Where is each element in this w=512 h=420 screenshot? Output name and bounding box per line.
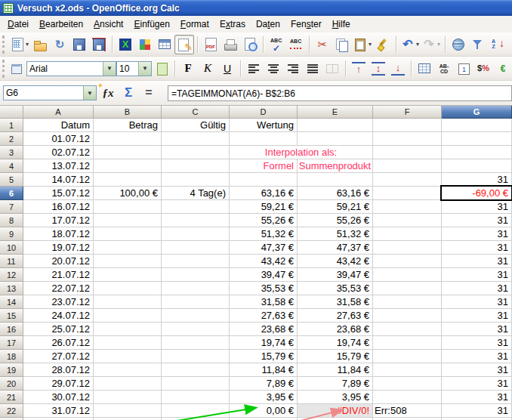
cell-E19[interactable]: 11,84 € bbox=[298, 363, 373, 377]
save-button[interactable] bbox=[69, 35, 89, 54]
cell-C1[interactable]: Gültig bbox=[162, 119, 230, 132]
function-wizard-button[interactable]: ƒx bbox=[99, 84, 117, 102]
cell-E16[interactable]: 23,68 € bbox=[298, 323, 373, 336]
cell-G20[interactable]: 31 bbox=[442, 377, 512, 391]
cell-B3[interactable] bbox=[94, 146, 162, 159]
cell-G4[interactable] bbox=[442, 159, 512, 173]
cell-E10[interactable]: 47,37 € bbox=[298, 241, 373, 255]
cell-F9[interactable] bbox=[373, 227, 442, 241]
cell-B1[interactable]: Betrag bbox=[94, 119, 162, 132]
excel-document-button[interactable] bbox=[116, 35, 135, 54]
cell-C18[interactable] bbox=[162, 350, 230, 363]
cell-D7[interactable]: 59,21 € bbox=[230, 200, 298, 214]
font-size-combo[interactable]: ▼ bbox=[116, 61, 152, 76]
row-header-3[interactable]: 3 bbox=[0, 146, 23, 159]
cell-E13[interactable]: 35,53 € bbox=[298, 282, 373, 295]
cell-D10[interactable]: 47,37 € bbox=[230, 241, 298, 255]
row-header-18[interactable]: 18 bbox=[0, 350, 23, 363]
cell-A13[interactable]: 22.07.12 bbox=[23, 282, 94, 295]
cell-A7[interactable]: 16.07.12 bbox=[23, 200, 94, 214]
chevron-down-icon[interactable]: ▼ bbox=[83, 86, 96, 100]
cell-E5[interactable] bbox=[298, 173, 373, 187]
cell-B13[interactable] bbox=[94, 282, 162, 295]
format-paintbrush-button[interactable] bbox=[373, 35, 393, 54]
cell-C7[interactable] bbox=[162, 200, 230, 214]
autofilter-button[interactable] bbox=[468, 35, 488, 54]
cell-E8[interactable]: 55,26 € bbox=[298, 214, 373, 227]
cell-A18[interactable]: 27.07.12 bbox=[23, 350, 94, 363]
cell-B8[interactable] bbox=[94, 214, 162, 227]
styles-button[interactable] bbox=[7, 59, 26, 79]
toolbar-grip-handle[interactable] bbox=[2, 60, 5, 78]
cell-C8[interactable] bbox=[162, 214, 230, 227]
cell-D21[interactable]: 3,95 € bbox=[230, 391, 298, 404]
menu-datei[interactable]: Datei bbox=[2, 17, 34, 32]
new-document-button[interactable]: ▾ bbox=[9, 35, 30, 54]
column-header-E[interactable]: E bbox=[298, 106, 373, 119]
cell-E6[interactable]: 63,16 € bbox=[298, 187, 373, 200]
cell-G21[interactable]: 31 bbox=[442, 391, 512, 404]
function-button[interactable]: = bbox=[140, 84, 158, 102]
valign-bottom-button[interactable] bbox=[388, 59, 408, 79]
cell-D15[interactable]: 27,63 € bbox=[230, 309, 298, 323]
add-decimal-button[interactable] bbox=[493, 59, 512, 79]
page-preview-button[interactable] bbox=[240, 35, 260, 54]
cell-E22[interactable]: #DIV/0! bbox=[298, 404, 373, 418]
cell-G3[interactable] bbox=[442, 146, 512, 159]
print-button[interactable] bbox=[221, 35, 240, 54]
row-header-1[interactable]: 1 bbox=[0, 119, 23, 132]
cell-E4[interactable]: Summenprodukt bbox=[298, 159, 373, 173]
menu-bearbeiten[interactable]: Bearbeiten bbox=[34, 17, 88, 32]
cell-A11[interactable]: 20.07.12 bbox=[23, 255, 94, 268]
cell-G14[interactable]: 31 bbox=[442, 295, 512, 309]
cell-reference-input[interactable] bbox=[4, 88, 83, 98]
cell-A12[interactable]: 21.07.12 bbox=[23, 268, 94, 282]
cell-D16[interactable]: 23,68 € bbox=[230, 323, 298, 336]
cell-E17[interactable]: 19,74 € bbox=[298, 336, 373, 350]
cell-G22[interactable]: 31 bbox=[442, 404, 512, 418]
hyperlink-button[interactable] bbox=[449, 35, 468, 54]
cell-C13[interactable] bbox=[162, 282, 230, 295]
cell-B6[interactable]: 100,00 € bbox=[94, 187, 162, 200]
cell-F10[interactable] bbox=[373, 241, 442, 255]
cell-D19[interactable]: 11,84 € bbox=[230, 363, 298, 377]
name-box[interactable]: ▼ bbox=[3, 85, 97, 100]
cell-F18[interactable] bbox=[373, 350, 442, 363]
menu-extras[interactable]: Extras bbox=[214, 17, 251, 32]
menu-hilfe[interactable]: Hilfe bbox=[327, 17, 356, 32]
cell-B5[interactable] bbox=[94, 173, 162, 187]
edit-file-button[interactable] bbox=[174, 35, 194, 54]
cell-B22[interactable] bbox=[94, 404, 162, 418]
cell-D2[interactable] bbox=[230, 132, 298, 146]
cell-C15[interactable] bbox=[162, 309, 230, 323]
font-name-input[interactable] bbox=[27, 63, 103, 74]
cell-E14[interactable]: 31,58 € bbox=[298, 295, 373, 309]
cell-A19[interactable]: 28.07.12 bbox=[23, 363, 94, 377]
cell-A4[interactable]: 13.07.12 bbox=[23, 159, 94, 173]
row-header-13[interactable]: 13 bbox=[0, 282, 23, 295]
column-header-G[interactable]: G bbox=[442, 106, 512, 119]
cell-B2[interactable] bbox=[94, 132, 162, 146]
cell-E2[interactable] bbox=[298, 132, 373, 146]
cell-A22[interactable]: 31.07.12 bbox=[23, 404, 94, 418]
row-header-6[interactable]: 6 bbox=[0, 187, 23, 200]
dropdown-arrow-icon[interactable]: ▾ bbox=[26, 41, 29, 48]
cell-F1[interactable] bbox=[373, 119, 442, 132]
cell-A6[interactable]: 15.07.12 bbox=[23, 187, 94, 200]
cell-G17[interactable]: 31 bbox=[442, 336, 512, 350]
cell-E7[interactable]: 59,21 € bbox=[298, 200, 373, 214]
cell-D22[interactable]: 0,00 € bbox=[230, 404, 298, 418]
cell-D20[interactable]: 7,89 € bbox=[230, 377, 298, 391]
cell-B11[interactable] bbox=[94, 255, 162, 268]
cell-E21[interactable]: 3,95 € bbox=[298, 391, 373, 404]
cell-C3[interactable] bbox=[162, 146, 230, 159]
cell-A20[interactable]: 29.07.12 bbox=[23, 377, 94, 391]
cell-F20[interactable] bbox=[373, 377, 442, 391]
cell-F8[interactable] bbox=[373, 214, 442, 227]
cell-E11[interactable]: 43,42 € bbox=[298, 255, 373, 268]
cell-F15[interactable] bbox=[373, 309, 442, 323]
column-header-D[interactable]: D bbox=[230, 106, 298, 119]
insert-table-button[interactable] bbox=[155, 35, 174, 54]
cell-A15[interactable]: 24.07.12 bbox=[23, 309, 94, 323]
cell-B12[interactable] bbox=[94, 268, 162, 282]
